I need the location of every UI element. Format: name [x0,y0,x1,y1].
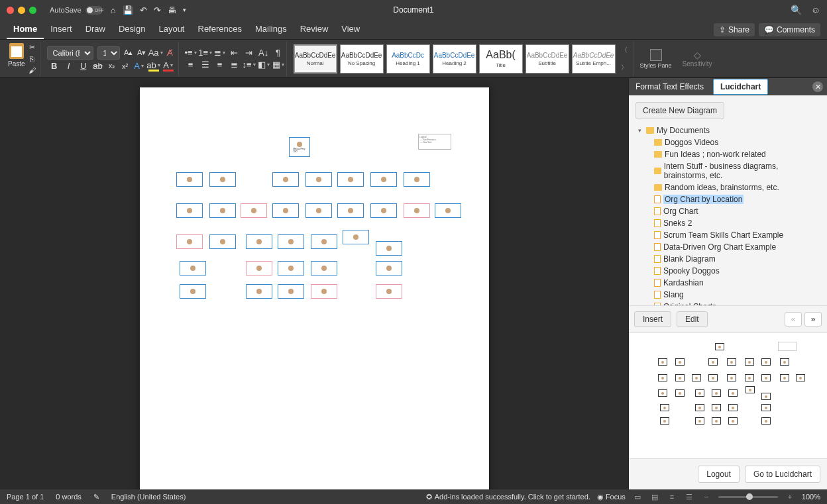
line-spacing-icon[interactable]: ↕≡ [244,60,254,70]
account-icon[interactable]: ☺ [811,5,820,15]
tree-item[interactable]: Random ideas, brainstorms, etc. [635,181,820,193]
zoom-level[interactable]: 100% [802,493,820,501]
style-subtitle[interactable]: AaBbCcDdEeSubtitle [525,44,569,74]
font-name-select[interactable]: Calibri (Bo... [47,46,93,60]
print-icon[interactable]: 🖶 [168,5,176,15]
show-marks-icon[interactable]: ¶ [273,48,284,58]
tab-mailings[interactable]: Mailings [248,20,294,39]
tab-references[interactable]: References [192,20,248,39]
zoom-in-icon[interactable]: + [785,492,795,501]
edit-button[interactable]: Edit [677,311,708,327]
bullets-icon[interactable]: •≡ [186,48,196,58]
autosave-toggle[interactable]: AutoSave OFF [50,6,103,15]
page-indicator[interactable]: Page 1 of 1 [7,493,44,501]
home-icon[interactable]: ⌂ [111,5,116,15]
clear-formatting-icon[interactable]: A̸ [165,48,176,58]
tab-format-text-effects[interactable]: Format Text Effects [629,79,710,94]
tree-item[interactable]: Org Chart by Location [635,193,820,205]
focus-mode-button[interactable]: ◉Focus [597,493,626,501]
style-heading-1[interactable]: AaBbCcDcHeading 1 [386,44,430,74]
font-size-select[interactable]: 12 [97,46,120,60]
align-right-icon[interactable]: ≡ [215,60,225,70]
justify-icon[interactable]: ≣ [229,60,240,70]
text-effects-icon[interactable]: A [134,61,144,72]
customize-qat-icon[interactable]: ▾ [183,7,186,13]
superscript-icon[interactable]: x² [121,62,130,71]
next-page-button[interactable]: » [804,312,822,327]
autosave-switch[interactable]: OFF [85,6,103,15]
addins-status[interactable]: ✪Add-ins loaded successfully. Click to g… [426,493,590,501]
tree-item[interactable]: Blank Diagram [635,253,820,265]
bold-icon[interactable]: B [49,61,60,72]
align-left-icon[interactable]: ≡ [186,60,196,70]
zoom-out-icon[interactable]: − [701,492,712,501]
italic-icon[interactable]: I [64,61,74,72]
logout-button[interactable]: Logout [698,466,740,483]
tree-item[interactable]: Kardashian [635,277,820,289]
increase-font-icon[interactable]: A▴ [124,48,133,58]
create-new-diagram-button[interactable]: Create New Diagram [635,102,724,119]
save-icon[interactable]: 💾 [123,5,133,15]
tree-item[interactable]: Scrum Team Skills Chart Example [635,229,820,241]
sensitivity-button[interactable]: ◇ Sensitivity [679,50,716,68]
styles-prev-icon[interactable]: 〈 [621,46,628,55]
search-icon[interactable]: 🔍 [791,5,802,15]
word-count[interactable]: 0 words [56,493,82,501]
tree-item[interactable]: Intern Stuff - business diagrams, brains… [635,160,820,181]
format-painter-icon[interactable]: 🖌 [28,66,37,75]
close-panel-icon[interactable]: ✕ [812,81,823,92]
comments-button[interactable]: 💬Comments [759,23,820,36]
style-heading-2[interactable]: AaBbCcDdEeHeading 2 [433,44,476,74]
style-no-spacing[interactable]: AaBbCcDdEeNo Spacing [340,44,384,74]
tab-lucidchart[interactable]: Lucidchart [713,79,768,95]
tab-draw[interactable]: Draw [79,20,112,39]
goto-lucidchart-button[interactable]: Go to Lucidchart [745,466,820,483]
tree-item[interactable]: Spooky Doggos [635,265,820,277]
copy-icon[interactable]: ⎘ [28,54,37,64]
shading-icon[interactable]: ◧ [258,60,269,70]
tab-review[interactable]: Review [294,20,335,39]
spellcheck-icon[interactable]: ✎ [93,493,99,501]
decrease-font-icon[interactable]: A▾ [137,48,146,58]
tree-item[interactable]: Fun Ideas ; non-work related [635,148,820,160]
align-center-icon[interactable]: ☰ [200,60,211,70]
prev-page-button[interactable]: « [785,312,802,327]
numbering-icon[interactable]: 1≡ [200,48,211,58]
tree-root[interactable]: ▾My Documents [635,125,820,136]
subscript-icon[interactable]: x₂ [107,62,117,71]
insert-button[interactable]: Insert [634,311,671,327]
borders-icon[interactable]: ▦ [273,60,284,70]
redo-icon[interactable]: ↷ [154,5,161,15]
strikethrough-icon[interactable]: ab [93,61,103,72]
tree-item[interactable]: Original Charts [635,301,820,305]
styles-pane-button[interactable]: Styles Pane [637,49,675,69]
style-subtle-emph-[interactable]: AaBbCcDdEeSubtle Emph... [572,44,616,74]
tab-view[interactable]: View [335,20,366,39]
tab-insert[interactable]: Insert [44,20,79,39]
undo-icon[interactable]: ↶ [140,5,147,15]
cut-icon[interactable]: ✂ [28,43,37,52]
share-button[interactable]: ⇪Share [714,23,755,36]
minimize-window-icon[interactable] [18,7,25,14]
web-layout-view-icon[interactable]: ▤ [649,492,660,501]
language-indicator[interactable]: English (United States) [111,493,186,501]
maximize-window-icon[interactable] [29,7,36,14]
draft-view-icon[interactable]: ☰ [684,492,694,501]
style-title[interactable]: AaBb(Title [479,44,523,74]
multilevel-list-icon[interactable]: ≣ [215,48,225,58]
tab-design[interactable]: Design [112,20,152,39]
tab-layout[interactable]: Layout [152,20,191,39]
zoom-slider[interactable] [718,496,778,498]
decrease-indent-icon[interactable]: ⇤ [229,48,240,58]
styles-next-icon[interactable]: 〉 [621,63,628,72]
canvas-area[interactable]: Legend── San Francisco── New York Meliss… [0,78,628,489]
tree-item[interactable]: Slang [635,289,820,301]
underline-icon[interactable]: U [78,61,89,72]
outline-view-icon[interactable]: ≡ [667,492,677,501]
highlight-icon[interactable]: ab [148,61,159,72]
tree-item[interactable]: Data-Driven Org Chart Example [635,241,820,253]
font-color-icon[interactable]: A [163,61,174,72]
increase-indent-icon[interactable]: ⇥ [244,48,254,58]
change-case-icon[interactable]: Aa [150,48,161,58]
tree-item[interactable]: Sneks 2 [635,217,820,229]
